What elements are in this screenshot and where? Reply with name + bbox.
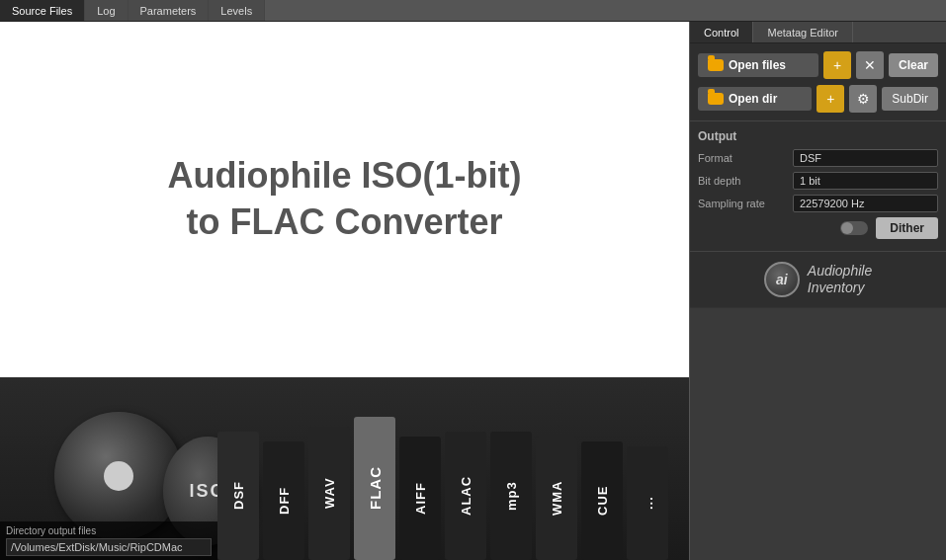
open-files-label: Open files [729,58,786,72]
right-bottom-panel [690,307,946,560]
dir-settings-button[interactable]: ⚙ [849,85,877,113]
directory-label: Directory output files [6,525,212,536]
format-card-aiff: AIFF [399,437,441,560]
left-panel: Audiophile ISO(1-bit) to FLAC Converter … [0,22,689,560]
dither-toggle[interactable] [840,221,868,235]
main-layout: Audiophile ISO(1-bit) to FLAC Converter … [0,22,946,560]
output-section: Output Format DSF Bit depth 1 bit Sampli… [690,120,946,247]
open-dir-row: Open dir + ⚙ SubDir [698,85,938,113]
dither-row: Dither [698,217,938,239]
format-card-dsf: DSF [217,432,259,560]
tab-metatag-editor[interactable]: Metatag Editor [753,22,853,42]
format-card-more: ... [627,446,668,560]
sampling-rate-label: Sampling rate [698,198,787,209]
logo-line2: Inventory [808,280,872,296]
left-tab-bar: Source Files Log Parameters Levels [0,0,946,22]
format-card-dff: DFF [263,441,304,560]
folder-dir-icon [708,93,724,105]
format-cards: DSF DFF WAV FLAC AIFF ALAC mp3 WMA CUE .… [217,417,668,560]
format-value: DSF [793,149,938,167]
logo-line1: Audiophile [808,263,872,280]
open-dir-label: Open dir [729,92,777,106]
directory-bar: Directory output files /Volumes/ExtDisk/… [0,521,217,560]
output-label: Output [698,129,938,143]
format-card-mp3: mp3 [490,432,532,560]
bit-depth-label: Bit depth [698,175,787,187]
logo-area: ai Audiophile Inventory [690,251,946,307]
open-files-button[interactable]: Open files [698,53,818,77]
format-row: Format DSF [698,149,938,167]
open-dir-button[interactable]: Open dir [698,87,812,111]
bit-depth-value: 1 bit [793,172,938,190]
toggle-knob [841,222,853,234]
format-card-wav: WAV [308,427,350,560]
logo-icon: ai [764,262,800,297]
format-card-alac: ALAC [445,432,486,560]
content-area: Audiophile ISO(1-bit) to FLAC Converter [0,22,689,377]
add-files-button[interactable]: + [823,51,851,79]
main-title-line1: Audiophile ISO(1-bit) [168,153,522,200]
tab-log[interactable]: Log [85,0,128,21]
main-title: Audiophile ISO(1-bit) to FLAC Converter [168,153,522,246]
remove-files-button[interactable]: ✕ [856,51,884,79]
tab-parameters[interactable]: Parameters [129,0,210,21]
disc-inner [104,461,133,491]
open-files-row: Open files + ✕ Clear [698,51,938,79]
directory-path: /Volumes/ExtDisk/Music/RipCDMac [6,538,212,556]
format-card-wma: WMA [536,437,577,560]
tab-control[interactable]: Control [690,22,753,42]
subdir-button[interactable]: SubDir [882,87,938,111]
folder-icon [708,59,724,71]
bit-depth-row: Bit depth 1 bit [698,172,938,190]
sampling-rate-row: Sampling rate 22579200 Hz [698,195,938,212]
right-panel: Control Metatag Editor Open files + ✕ Cl… [689,22,946,560]
controls: Open files + ✕ Clear Open dir + ⚙ SubDir [690,43,946,120]
clear-button[interactable]: Clear [889,53,938,77]
logo-text: Audiophile Inventory [808,263,872,296]
dither-button[interactable]: Dither [876,217,938,239]
main-title-line2: to FLAC Converter [168,200,522,246]
format-card-flac: FLAC [354,417,395,560]
add-dir-button[interactable]: + [817,85,844,113]
format-label: Format [698,152,787,164]
tab-levels[interactable]: Levels [209,0,265,21]
format-card-cue: CUE [581,441,623,560]
tab-source-files[interactable]: Source Files [0,0,85,21]
right-tab-bar: Control Metatag Editor [690,22,946,43]
bottom-section: ISO DSF DFF WAV FLAC AIFF ALAC mp3 WMA C… [0,377,689,560]
sampling-rate-value: 22579200 Hz [793,195,938,212]
